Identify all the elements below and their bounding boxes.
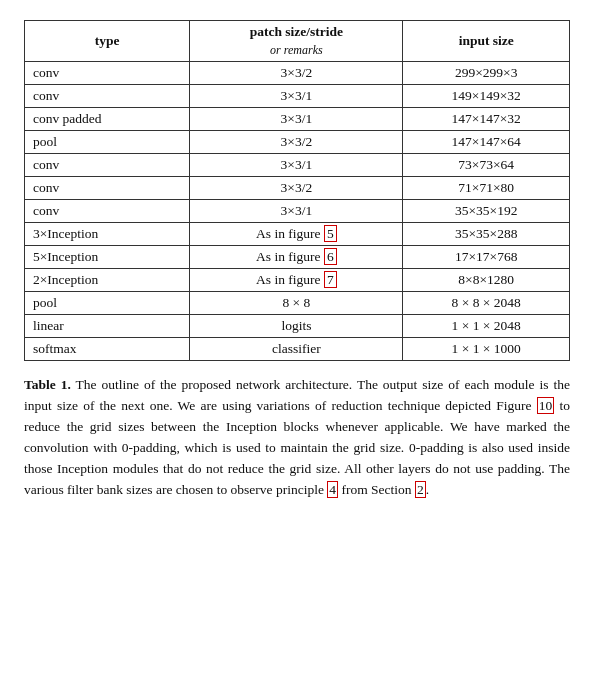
architecture-table: type patch size/stride input size or rem… [24, 20, 570, 361]
cell-input: 8×8×1280 [403, 269, 570, 292]
table-caption: Table 1. The outline of the proposed net… [24, 375, 570, 501]
cell-input: 299×299×3 [403, 62, 570, 85]
cell-patch: 3×3/1 [190, 85, 403, 108]
table-row: conv padded3×3/1147×147×32 [25, 108, 570, 131]
table-row: softmaxclassifier1 × 1 × 1000 [25, 338, 570, 361]
caption-text3: from Section [338, 482, 415, 497]
table-row: conv3×3/135×35×192 [25, 200, 570, 223]
cell-patch: As in figure 6 [190, 246, 403, 269]
caption-link2[interactable]: 4 [327, 481, 338, 498]
caption-text1: The outline of the proposed network arch… [24, 377, 570, 413]
cell-input: 17×17×768 [403, 246, 570, 269]
cell-type: conv [25, 85, 190, 108]
table-row: pool8 × 88 × 8 × 2048 [25, 292, 570, 315]
table-row: conv3×3/271×71×80 [25, 177, 570, 200]
cell-patch: 3×3/2 [190, 177, 403, 200]
cell-patch: 3×3/1 [190, 108, 403, 131]
cell-input: 73×73×64 [403, 154, 570, 177]
cell-type: 2×Inception [25, 269, 190, 292]
col-patch-header-bottom: or remarks [190, 43, 403, 62]
cell-type: conv [25, 200, 190, 223]
cell-type: 5×Inception [25, 246, 190, 269]
table-row: pool3×3/2147×147×64 [25, 131, 570, 154]
cell-input: 149×149×32 [403, 85, 570, 108]
cell-input: 1 × 1 × 2048 [403, 315, 570, 338]
table-row: conv3×3/1149×149×32 [25, 85, 570, 108]
cell-patch: As in figure 5 [190, 223, 403, 246]
cell-patch: 3×3/1 [190, 200, 403, 223]
cell-input: 71×71×80 [403, 177, 570, 200]
figure-link[interactable]: 6 [324, 248, 337, 265]
cell-patch: 3×3/2 [190, 62, 403, 85]
cell-input: 147×147×64 [403, 131, 570, 154]
cell-type: conv [25, 154, 190, 177]
table-row: linearlogits1 × 1 × 2048 [25, 315, 570, 338]
col-type-header: type [25, 21, 190, 62]
caption-link3[interactable]: 2 [415, 481, 426, 498]
cell-type: linear [25, 315, 190, 338]
cell-type: conv [25, 62, 190, 85]
cell-input: 1 × 1 × 1000 [403, 338, 570, 361]
caption-link1[interactable]: 10 [537, 397, 555, 414]
cell-type: conv padded [25, 108, 190, 131]
cell-patch: As in figure 7 [190, 269, 403, 292]
table-row: conv3×3/173×73×64 [25, 154, 570, 177]
table-row: 2×InceptionAs in figure 78×8×1280 [25, 269, 570, 292]
cell-patch: 8 × 8 [190, 292, 403, 315]
cell-type: pool [25, 292, 190, 315]
cell-patch: classifier [190, 338, 403, 361]
cell-input: 35×35×288 [403, 223, 570, 246]
figure-link[interactable]: 7 [324, 271, 337, 288]
cell-type: pool [25, 131, 190, 154]
cell-input: 8 × 8 × 2048 [403, 292, 570, 315]
table-row: conv3×3/2299×299×3 [25, 62, 570, 85]
cell-input: 147×147×32 [403, 108, 570, 131]
cell-patch: 3×3/1 [190, 154, 403, 177]
col-patch-header-top: patch size/stride [190, 21, 403, 44]
figure-link[interactable]: 5 [324, 225, 337, 242]
cell-type: 3×Inception [25, 223, 190, 246]
cell-type: conv [25, 177, 190, 200]
cell-patch: 3×3/2 [190, 131, 403, 154]
cell-input: 35×35×192 [403, 200, 570, 223]
col-input-header: input size [403, 21, 570, 62]
caption-text4: . [426, 482, 429, 497]
table-row: 5×InceptionAs in figure 617×17×768 [25, 246, 570, 269]
cell-patch: logits [190, 315, 403, 338]
caption-label: Table 1. [24, 377, 71, 392]
table-row: 3×InceptionAs in figure 535×35×288 [25, 223, 570, 246]
cell-type: softmax [25, 338, 190, 361]
